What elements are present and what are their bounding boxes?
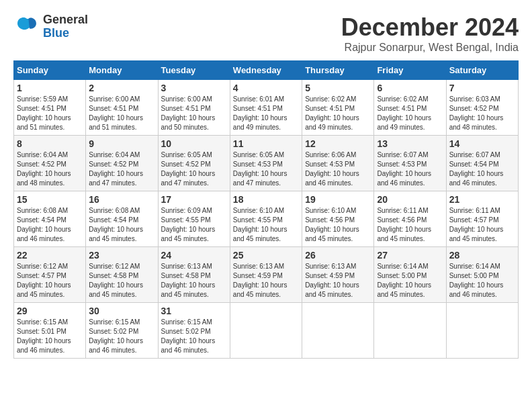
day-info: Sunrise: 6:12 AMSunset: 4:57 PMDaylight:…: [17, 262, 83, 300]
calendar-day-14: 14Sunrise: 6:07 AMSunset: 4:54 PMDayligh…: [446, 136, 518, 191]
day-number: 18: [233, 194, 299, 205]
day-info: Sunrise: 6:06 AMSunset: 4:53 PMDaylight:…: [305, 150, 371, 188]
day-info: Sunrise: 6:14 AMSunset: 5:00 PMDaylight:…: [377, 262, 443, 300]
day-info: Sunrise: 6:08 AMSunset: 4:54 PMDaylight:…: [89, 206, 154, 244]
day-info: Sunrise: 6:04 AMSunset: 4:52 PMDaylight:…: [17, 150, 83, 188]
calendar-day-4: 4Sunrise: 6:01 AMSunset: 4:51 PMDaylight…: [230, 80, 302, 136]
page-header: General Blue December 2024 Rajpur Sonarp…: [13, 13, 519, 54]
day-info: Sunrise: 6:15 AMSunset: 5:02 PMDaylight:…: [89, 318, 154, 355]
calendar-day-13: 13Sunrise: 6:07 AMSunset: 4:53 PMDayligh…: [374, 136, 446, 191]
empty-cell: [446, 303, 518, 359]
day-number: 31: [161, 306, 227, 316]
calendar-day-9: 9Sunrise: 6:04 AMSunset: 4:52 PMDaylight…: [86, 136, 158, 191]
calendar-day-17: 17Sunrise: 6:09 AMSunset: 4:55 PMDayligh…: [158, 191, 230, 247]
column-header-friday: Friday: [374, 61, 446, 80]
day-info: Sunrise: 6:12 AMSunset: 4:58 PMDaylight:…: [89, 262, 154, 300]
column-header-thursday: Thursday: [302, 61, 374, 80]
calendar-day-11: 11Sunrise: 6:05 AMSunset: 4:53 PMDayligh…: [230, 136, 302, 191]
day-number: 17: [161, 194, 227, 205]
calendar-week-3: 15Sunrise: 6:08 AMSunset: 4:54 PMDayligh…: [14, 191, 519, 247]
calendar-header-row: SundayMondayTuesdayWednesdayThursdayFrid…: [14, 61, 519, 80]
day-number: 9: [89, 138, 154, 149]
day-number: 5: [305, 83, 371, 93]
day-number: 16: [89, 194, 154, 205]
day-number: 30: [89, 306, 154, 316]
calendar-day-18: 18Sunrise: 6:10 AMSunset: 4:55 PMDayligh…: [230, 191, 302, 247]
calendar-day-23: 23Sunrise: 6:12 AMSunset: 4:58 PMDayligh…: [86, 247, 158, 303]
calendar-day-20: 20Sunrise: 6:11 AMSunset: 4:56 PMDayligh…: [374, 191, 446, 247]
day-number: 28: [449, 250, 515, 261]
day-info: Sunrise: 6:09 AMSunset: 4:55 PMDaylight:…: [161, 206, 227, 244]
day-number: 26: [305, 250, 371, 261]
logo-icon: [13, 13, 40, 40]
column-header-monday: Monday: [86, 61, 158, 80]
calendar-day-21: 21Sunrise: 6:11 AMSunset: 4:57 PMDayligh…: [446, 191, 518, 247]
month-title: December 2024: [341, 13, 519, 42]
day-info: Sunrise: 6:07 AMSunset: 4:53 PMDaylight:…: [377, 150, 443, 188]
logo-blue-text: Blue: [43, 27, 88, 40]
calendar-day-25: 25Sunrise: 6:13 AMSunset: 4:59 PMDayligh…: [230, 247, 302, 303]
day-info: Sunrise: 6:05 AMSunset: 4:53 PMDaylight:…: [233, 150, 299, 188]
day-number: 27: [377, 250, 443, 261]
day-info: Sunrise: 6:07 AMSunset: 4:54 PMDaylight:…: [449, 150, 515, 188]
logo-words: General Blue: [43, 13, 88, 40]
day-number: 6: [377, 83, 443, 93]
calendar-day-28: 28Sunrise: 6:14 AMSunset: 5:00 PMDayligh…: [446, 247, 518, 303]
calendar-day-16: 16Sunrise: 6:08 AMSunset: 4:54 PMDayligh…: [86, 191, 158, 247]
calendar-week-1: 1Sunrise: 5:59 AMSunset: 4:51 PMDaylight…: [14, 80, 519, 136]
empty-cell: [230, 303, 302, 359]
day-info: Sunrise: 6:03 AMSunset: 4:52 PMDaylight:…: [449, 95, 515, 132]
day-info: Sunrise: 6:01 AMSunset: 4:51 PMDaylight:…: [233, 95, 299, 132]
day-number: 20: [377, 194, 443, 205]
calendar-day-24: 24Sunrise: 6:13 AMSunset: 4:58 PMDayligh…: [158, 247, 230, 303]
day-number: 4: [233, 83, 299, 93]
column-header-tuesday: Tuesday: [158, 61, 230, 80]
day-info: Sunrise: 6:02 AMSunset: 4:51 PMDaylight:…: [377, 95, 443, 132]
calendar-day-19: 19Sunrise: 6:10 AMSunset: 4:56 PMDayligh…: [302, 191, 374, 247]
day-info: Sunrise: 6:14 AMSunset: 5:00 PMDaylight:…: [449, 262, 515, 300]
column-header-sunday: Sunday: [14, 61, 86, 80]
day-number: 10: [161, 138, 227, 149]
calendar-day-3: 3Sunrise: 6:00 AMSunset: 4:51 PMDaylight…: [158, 80, 230, 136]
calendar-day-30: 30Sunrise: 6:15 AMSunset: 5:02 PMDayligh…: [86, 303, 158, 359]
day-info: Sunrise: 6:11 AMSunset: 4:57 PMDaylight:…: [449, 206, 515, 244]
calendar-day-15: 15Sunrise: 6:08 AMSunset: 4:54 PMDayligh…: [14, 191, 86, 247]
day-info: Sunrise: 6:10 AMSunset: 4:56 PMDaylight:…: [305, 206, 371, 244]
day-info: Sunrise: 6:02 AMSunset: 4:51 PMDaylight:…: [305, 95, 371, 132]
day-info: Sunrise: 6:04 AMSunset: 4:52 PMDaylight:…: [89, 150, 154, 188]
calendar-week-5: 29Sunrise: 6:15 AMSunset: 5:01 PMDayligh…: [14, 303, 519, 359]
day-number: 24: [161, 250, 227, 261]
day-info: Sunrise: 6:08 AMSunset: 4:54 PMDaylight:…: [17, 206, 83, 244]
day-number: 3: [161, 83, 227, 93]
day-number: 1: [17, 83, 83, 93]
day-info: Sunrise: 6:10 AMSunset: 4:55 PMDaylight:…: [233, 206, 299, 244]
day-info: Sunrise: 6:05 AMSunset: 4:52 PMDaylight:…: [161, 150, 227, 188]
day-info: Sunrise: 6:15 AMSunset: 5:01 PMDaylight:…: [17, 318, 83, 355]
title-section: December 2024 Rajpur Sonarpur, West Beng…: [341, 13, 519, 54]
day-number: 25: [233, 250, 299, 261]
calendar-day-31: 31Sunrise: 6:15 AMSunset: 5:02 PMDayligh…: [158, 303, 230, 359]
day-info: Sunrise: 6:15 AMSunset: 5:02 PMDaylight:…: [161, 318, 227, 355]
calendar-day-7: 7Sunrise: 6:03 AMSunset: 4:52 PMDaylight…: [446, 80, 518, 136]
day-info: Sunrise: 6:13 AMSunset: 4:59 PMDaylight:…: [233, 262, 299, 300]
calendar-table: SundayMondayTuesdayWednesdayThursdayFrid…: [13, 60, 519, 359]
day-info: Sunrise: 6:13 AMSunset: 4:58 PMDaylight:…: [161, 262, 227, 300]
calendar-day-6: 6Sunrise: 6:02 AMSunset: 4:51 PMDaylight…: [374, 80, 446, 136]
logo-general-text: General: [43, 13, 88, 27]
day-number: 14: [449, 138, 515, 149]
day-info: Sunrise: 6:00 AMSunset: 4:51 PMDaylight:…: [161, 95, 227, 132]
column-header-saturday: Saturday: [446, 61, 518, 80]
day-number: 13: [377, 138, 443, 149]
day-number: 2: [89, 83, 154, 93]
location-text: Rajpur Sonarpur, West Bengal, India: [341, 42, 519, 54]
day-number: 19: [305, 194, 371, 205]
calendar-day-10: 10Sunrise: 6:05 AMSunset: 4:52 PMDayligh…: [158, 136, 230, 191]
day-number: 23: [89, 250, 154, 261]
calendar-week-2: 8Sunrise: 6:04 AMSunset: 4:52 PMDaylight…: [14, 136, 519, 191]
calendar-day-29: 29Sunrise: 6:15 AMSunset: 5:01 PMDayligh…: [14, 303, 86, 359]
calendar-day-8: 8Sunrise: 6:04 AMSunset: 4:52 PMDaylight…: [14, 136, 86, 191]
calendar-day-22: 22Sunrise: 6:12 AMSunset: 4:57 PMDayligh…: [14, 247, 86, 303]
day-info: Sunrise: 6:13 AMSunset: 4:59 PMDaylight:…: [305, 262, 371, 300]
logo: General Blue: [13, 13, 88, 40]
empty-cell: [374, 303, 446, 359]
